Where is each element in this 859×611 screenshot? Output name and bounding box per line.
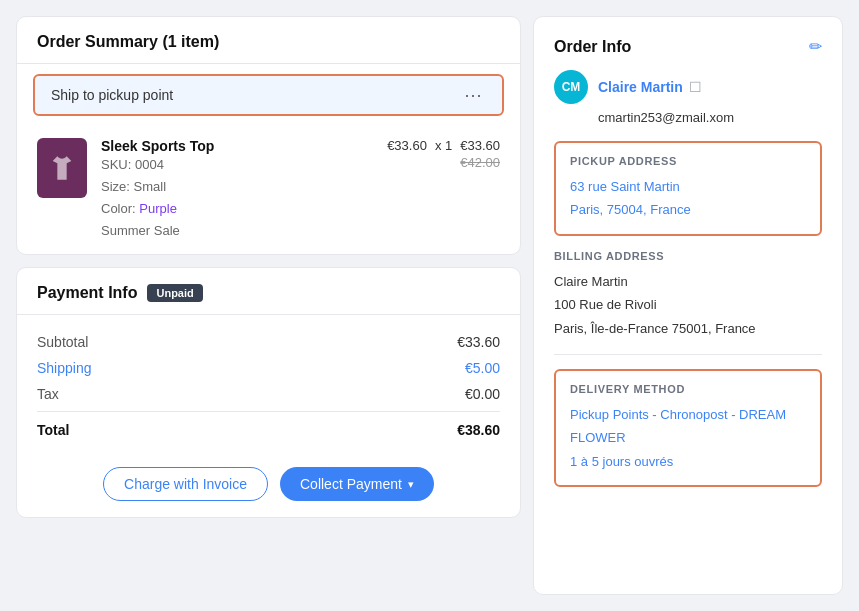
- product-color: Color: Purple: [101, 198, 373, 220]
- order-info-header: Order Info ✏: [554, 37, 822, 56]
- payment-lines: Subtotal €33.60 Shipping €5.00 Tax €0.00…: [17, 315, 520, 457]
- payment-header: Payment Info Unpaid: [17, 268, 520, 315]
- delivery-line1: Pickup Points - Chronopost - DREAM FLOWE…: [570, 403, 806, 450]
- avatar: CM: [554, 70, 588, 104]
- collect-payment-label: Collect Payment: [300, 476, 402, 492]
- billing-line3: Paris, Île-de-France 75001, France: [554, 317, 822, 340]
- subtotal-line: Subtotal €33.60: [37, 329, 500, 355]
- billing-address-section: BILLING ADDRESS Claire Martin 100 Rue de…: [554, 250, 822, 354]
- billing-address-title: BILLING ADDRESS: [554, 250, 822, 262]
- chevron-down-icon: ▾: [408, 478, 414, 491]
- left-panel: Order Summary (1 item) Ship to pickup po…: [16, 16, 521, 595]
- payment-title: Payment Info: [37, 284, 137, 302]
- total-line: Total €38.60: [37, 411, 500, 443]
- product-promo: Summer Sale: [101, 220, 373, 242]
- divider: [554, 354, 822, 355]
- customer-name[interactable]: Claire Martin: [598, 79, 683, 95]
- product-image: [37, 138, 87, 198]
- pickup-address-line2: Paris, 75004, France: [570, 198, 806, 221]
- product-line-total: €33.60: [460, 138, 500, 153]
- billing-line1: Claire Martin: [554, 270, 822, 293]
- collect-payment-button[interactable]: Collect Payment ▾: [280, 467, 434, 501]
- customer-row: CM Claire Martin ☐: [554, 70, 822, 104]
- customer-name-block: Claire Martin ☐: [598, 79, 702, 95]
- payment-actions: Charge with Invoice Collect Payment ▾: [17, 457, 520, 517]
- product-name: Sleek Sports Top: [101, 138, 373, 154]
- order-summary-title: Order Summary (1 item): [37, 33, 219, 50]
- edit-icon[interactable]: ✏: [809, 37, 822, 56]
- order-info-title: Order Info: [554, 38, 631, 56]
- price-row: €33.60 x 1 €33.60: [387, 138, 500, 153]
- pickup-address-line1: 63 rue Saint Martin: [570, 175, 806, 198]
- product-original-price: €42.00: [460, 155, 500, 170]
- tshirt-icon: [48, 154, 76, 182]
- ship-method-row: Ship to pickup point ⋯: [33, 74, 504, 116]
- shipping-amount: €5.00: [465, 360, 500, 376]
- dots-menu-button[interactable]: ⋯: [460, 86, 486, 104]
- product-size: Size: Small: [101, 176, 373, 198]
- product-price: €33.60: [387, 138, 427, 153]
- app-container: Order Summary (1 item) Ship to pickup po…: [0, 0, 859, 611]
- customer-name-row: Claire Martin ☐: [598, 79, 702, 95]
- tax-label: Tax: [37, 386, 59, 402]
- subtotal-label: Subtotal: [37, 334, 88, 350]
- order-info-panel: Order Info ✏ CM Claire Martin ☐ cmartin2…: [533, 16, 843, 595]
- tax-amount: €0.00: [465, 386, 500, 402]
- payment-info-card: Payment Info Unpaid Subtotal €33.60 Ship…: [16, 267, 521, 518]
- delivery-method-title: DELIVERY METHOD: [570, 383, 806, 395]
- order-summary-card: Order Summary (1 item) Ship to pickup po…: [16, 16, 521, 255]
- billing-line2: 100 Rue de Rivoli: [554, 293, 822, 316]
- tax-line: Tax €0.00: [37, 381, 500, 407]
- total-amount: €38.60: [457, 422, 500, 438]
- product-quantity: x 1: [435, 138, 452, 153]
- shipping-label: Shipping: [37, 360, 92, 376]
- subtotal-amount: €33.60: [457, 334, 500, 350]
- total-label: Total: [37, 422, 69, 438]
- pickup-address-title: PICKUP ADDRESS: [570, 155, 806, 167]
- customer-email: cmartin253@zmail.xom: [554, 110, 822, 125]
- ship-label: Ship to pickup point: [51, 87, 173, 103]
- charge-invoice-button[interactable]: Charge with Invoice: [103, 467, 268, 501]
- message-icon[interactable]: ☐: [689, 79, 702, 95]
- delivery-line2: 1 à 5 jours ouvrés: [570, 450, 806, 473]
- product-pricing: €33.60 x 1 €33.60 €42.00: [387, 138, 500, 170]
- pickup-address-section: PICKUP ADDRESS 63 rue Saint Martin Paris…: [554, 141, 822, 236]
- unpaid-badge: Unpaid: [147, 284, 202, 302]
- product-details: Sleek Sports Top SKU: 0004 Size: Small C…: [101, 138, 373, 242]
- shipping-line: Shipping €5.00: [37, 355, 500, 381]
- delivery-method-section: DELIVERY METHOD Pickup Points - Chronopo…: [554, 369, 822, 487]
- product-sku: SKU: 0004: [101, 154, 373, 176]
- order-summary-header: Order Summary (1 item): [17, 17, 520, 64]
- product-row: Sleek Sports Top SKU: 0004 Size: Small C…: [17, 126, 520, 254]
